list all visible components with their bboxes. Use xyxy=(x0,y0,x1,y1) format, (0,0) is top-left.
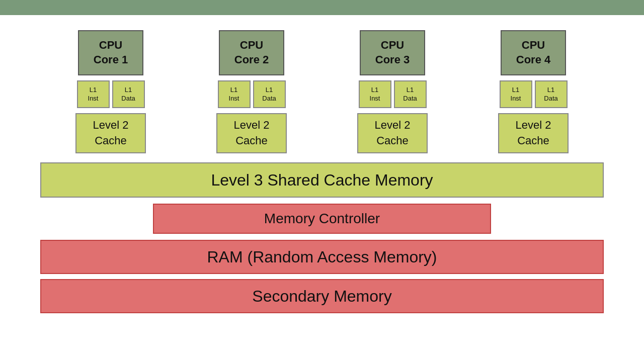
cpu-core-4: CPUCore 4 xyxy=(501,30,566,75)
l1-inst-4: L1Inst xyxy=(500,80,532,108)
memory-controller-row: Memory Controller xyxy=(153,204,491,234)
l3-cache: Level 3 Shared Cache Memory xyxy=(40,162,604,198)
l2-cache-1: Level 2Cache xyxy=(75,113,146,153)
l1-group-4: L1Inst L1Data xyxy=(500,80,568,108)
l1-data-4: L1Data xyxy=(535,80,568,108)
l2-cache-4: Level 2Cache xyxy=(498,113,569,153)
cpu-cores-row: CPUCore 1 CPUCore 2 CPUCore 3 CPUCore 4 xyxy=(40,30,604,75)
l1-inst-2: L1Inst xyxy=(218,80,251,108)
l1-inst-1: L1Inst xyxy=(77,80,110,108)
ram-row: RAM (Random Access Memory) xyxy=(40,240,604,274)
cpu-core-1: CPUCore 1 xyxy=(78,30,143,75)
l1-row: L1Inst L1Data L1Inst L1Data L1Inst L1Dat… xyxy=(40,80,604,108)
l2-row: Level 2Cache Level 2Cache Level 2Cache L… xyxy=(40,113,604,153)
l2-cache-2: Level 2Cache xyxy=(216,113,287,153)
l3-row: Level 3 Shared Cache Memory xyxy=(40,162,604,198)
l1-data-3: L1Data xyxy=(394,80,427,108)
l1-data-1: L1Data xyxy=(112,80,145,108)
memory-controller: Memory Controller xyxy=(153,204,491,234)
secondary-memory-row: Secondary Memory xyxy=(40,279,604,313)
ram: RAM (Random Access Memory) xyxy=(40,240,604,274)
l1-inst-3: L1Inst xyxy=(359,80,391,108)
l2-cache-3: Level 2Cache xyxy=(357,113,428,153)
top-bar xyxy=(0,0,644,15)
cpu-core-3: CPUCore 3 xyxy=(360,30,425,75)
l1-group-3: L1Inst L1Data xyxy=(359,80,427,108)
cpu-core-2: CPUCore 2 xyxy=(219,30,284,75)
l1-group-2: L1Inst L1Data xyxy=(218,80,286,108)
l1-group-1: L1Inst L1Data xyxy=(77,80,145,108)
secondary-memory: Secondary Memory xyxy=(40,279,604,313)
l1-data-2: L1Data xyxy=(253,80,286,108)
main-content: CPUCore 1 CPUCore 2 CPUCore 3 CPUCore 4 … xyxy=(0,15,644,362)
